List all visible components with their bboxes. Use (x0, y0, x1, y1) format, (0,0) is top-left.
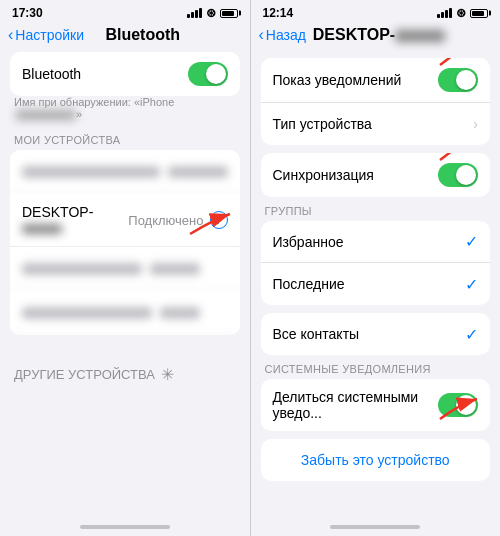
bluetooth-row: Bluetooth (10, 52, 240, 96)
share-system-label: Делиться системными уведо... (273, 389, 439, 421)
groups-header: ГРУППЫ (251, 205, 501, 221)
recent-row: Последние ✓ (261, 263, 491, 305)
right-screen-content: Показ уведомлений Тип устройства (251, 52, 501, 518)
recent-label: Последние (273, 276, 466, 292)
right-time: 12:14 (263, 6, 294, 20)
share-system-toggle[interactable] (438, 393, 478, 417)
notifications-toggle[interactable] (438, 68, 478, 92)
forget-section: Забыть это устройство (261, 439, 491, 481)
left-nav-title: Bluetooth (44, 26, 242, 44)
share-system-row: Делиться системными уведо... (261, 379, 491, 431)
bluetooth-section: Bluetooth (10, 52, 240, 96)
right-signal-icon (437, 8, 452, 18)
system-section: Делиться системными уведо... (261, 379, 491, 431)
battery-icon (220, 9, 238, 18)
favorites-row: Избранное ✓ (261, 221, 491, 263)
left-nav-bar: ‹ Настройки Bluetooth (0, 22, 250, 52)
forget-label: Забыть это устройство (301, 452, 450, 468)
sync-toggle[interactable] (438, 163, 478, 187)
bluetooth-sublabel: Имя при обнаружении: «iPhone» (0, 96, 250, 126)
sync-label: Синхронизация (273, 167, 439, 183)
notifications-label: Показ уведомлений (273, 72, 439, 88)
sync-row: Синхронизация (261, 153, 491, 197)
device-info-button[interactable]: i (210, 211, 228, 229)
my-devices-group: DESKTOP- Подключено i (10, 150, 240, 335)
left-back-chevron: ‹ (8, 26, 13, 44)
bluetooth-label: Bluetooth (22, 66, 188, 82)
favorites-label: Избранное (273, 234, 466, 250)
contacts-section: Все контакты ✓ (261, 313, 491, 355)
wifi-icon: ⊛ (206, 6, 216, 20)
right-wifi-icon: ⊛ (456, 6, 466, 20)
left-phone: 17:30 ⊛ ‹ Настройки Bluetooth Bluetooth (0, 0, 250, 536)
recent-check: ✓ (465, 275, 478, 294)
other-devices-row: ДРУГИЕ УСТРОЙСТВА ✳ (0, 355, 250, 394)
left-home-indicator (0, 518, 250, 536)
device-status: Подключено (128, 213, 203, 228)
groups-section: Избранное ✓ Последние ✓ (261, 221, 491, 305)
desktop-device-row[interactable]: DESKTOP- Подключено i (10, 194, 240, 247)
device-name: DESKTOP- (22, 204, 128, 236)
right-phone: 12:14 ⊛ ‹ Назад DESKTOP- (251, 0, 501, 536)
left-time: 17:30 (12, 6, 43, 20)
blurred-device-row-2 (10, 247, 240, 291)
right-status-icons: ⊛ (437, 6, 488, 20)
notifications-row: Показ уведомлений (261, 58, 491, 103)
sync-group: Синхронизация (261, 153, 491, 197)
bluetooth-toggle[interactable] (188, 62, 228, 86)
right-nav-title: DESKTOP- (266, 26, 492, 44)
device-type-row[interactable]: Тип устройства › (261, 103, 491, 145)
other-devices-label: ДРУГИЕ УСТРОЙСТВА (14, 367, 155, 382)
favorites-check: ✓ (465, 232, 478, 251)
signal-icon (187, 8, 202, 18)
left-status-icons: ⊛ (187, 6, 238, 20)
left-status-bar: 17:30 ⊛ (0, 0, 250, 22)
right-nav-bar: ‹ Назад DESKTOP- (251, 22, 501, 52)
right-home-indicator (251, 518, 501, 536)
right-back-chevron: ‹ (259, 26, 264, 44)
my-devices-header: МОИ УСТРОЙСТВА (0, 134, 250, 150)
left-screen-content: Bluetooth Имя при обнаружении: «iPhone» … (0, 52, 250, 518)
right-battery-icon (470, 9, 488, 18)
blurred-device-row-1 (10, 150, 240, 194)
right-status-bar: 12:14 ⊛ (251, 0, 501, 22)
forget-row[interactable]: Забыть это устройство (261, 439, 491, 481)
notification-group: Показ уведомлений Тип устройства (261, 58, 491, 145)
all-contacts-label: Все контакты (273, 326, 466, 342)
device-type-label: Тип устройства (273, 116, 470, 132)
all-contacts-check: ✓ (465, 325, 478, 344)
device-type-chevron: › (473, 116, 478, 132)
all-contacts-row: Все контакты ✓ (261, 313, 491, 355)
blurred-device-row-3 (10, 291, 240, 335)
system-header: СИСТЕМНЫЕ УВЕДОМЛЕНИЯ (251, 363, 501, 379)
scanning-icon: ✳ (161, 365, 174, 384)
